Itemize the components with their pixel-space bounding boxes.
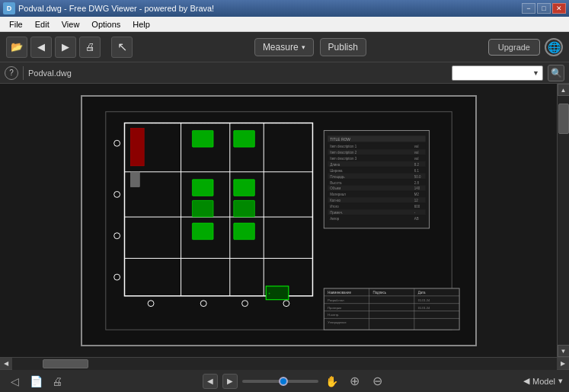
zoom-out-button[interactable]: ⊖ (369, 372, 387, 390)
search-button[interactable]: 🔍 (548, 65, 564, 81)
svg-text:Материал: Материал (330, 193, 346, 196)
measure-button[interactable]: Measure ▾ (254, 38, 314, 56)
status-left: ◁ 📄 🖨 (6, 373, 66, 390)
svg-text:Утверждение: Утверждение (328, 320, 347, 324)
svg-rect-22 (233, 200, 254, 217)
svg-text:Разработал: Разработал (328, 298, 344, 301)
scroll-down-arrow[interactable]: ▼ (558, 345, 570, 357)
page-icon-button[interactable]: 📄 (27, 373, 44, 390)
svg-rect-23 (192, 222, 213, 239)
scrollbar-right: ▲ ▼ (557, 84, 569, 357)
svg-text:600: 600 (414, 205, 420, 209)
toolbar-right: Upgrade 🌐 (488, 38, 563, 56)
scroll-thumb-horizontal[interactable] (43, 359, 88, 368)
maximize-button[interactable]: □ (537, 3, 551, 14)
forward-button[interactable]: ▶ (55, 37, 76, 58)
scroll-thumb-vertical[interactable] (558, 104, 569, 134)
file-name: Podval.dwg (28, 69, 447, 78)
svg-rect-61 (328, 203, 425, 209)
svg-rect-17 (192, 130, 213, 147)
help-button[interactable]: ? (5, 66, 18, 80)
svg-rect-25 (130, 128, 144, 165)
dropdown-arrow: ▼ (532, 69, 539, 77)
svg-rect-24 (233, 222, 254, 239)
svg-text:12: 12 (414, 199, 417, 202)
measure-arrow: ▾ (302, 43, 305, 51)
prev-page-button[interactable]: ◀ (203, 374, 218, 389)
svg-rect-67 (328, 215, 425, 221)
dwg-canvas: TITLE ROW Item description 1 val Item de… (81, 95, 477, 346)
publish-label: Publish (328, 42, 358, 53)
model-label: Model (532, 377, 555, 386)
svg-text:01.01.24: 01.01.24 (417, 298, 430, 301)
status-center: ◀ ▶ ✋ ⊕ ⊖ (72, 372, 517, 390)
separator (23, 66, 24, 80)
measure-label: Measure (263, 42, 299, 53)
svg-text:M2: M2 (414, 193, 419, 196)
status-right: ◀ Model ▾ (523, 376, 563, 386)
svg-text:Кол-во: Кол-во (330, 199, 340, 202)
scroll-up-arrow[interactable]: ▲ (558, 84, 570, 96)
svg-text:140: 140 (414, 186, 420, 190)
svg-rect-52 (328, 185, 425, 190)
svg-text:Item description 3: Item description 3 (330, 156, 357, 160)
hand-tool-button[interactable]: ✋ (323, 372, 341, 390)
view-dropdown[interactable]: ▼ (452, 65, 543, 81)
upgrade-label: Upgrade (498, 43, 530, 52)
svg-text:Автор: Автор (330, 217, 340, 221)
svg-text:2.8: 2.8 (414, 180, 419, 184)
svg-rect-19 (192, 179, 213, 196)
model-arrow-icon[interactable]: ▾ (558, 376, 563, 386)
toolbar: 📂 ◀ ▶ 🖨 ↖ Measure ▾ Publish Upgrade 🌐 (0, 32, 569, 62)
print-nav-button[interactable]: 🖨 (49, 373, 66, 390)
svg-rect-18 (233, 130, 254, 147)
close-button[interactable]: ✕ (552, 3, 566, 14)
svg-text:Item description 1: Item description 1 (330, 145, 357, 148)
back-button[interactable]: ◀ (30, 37, 52, 58)
svg-text:+: + (268, 291, 270, 295)
scroll-right-arrow[interactable]: ▶ (557, 358, 569, 370)
floor-plan-svg: TITLE ROW Item description 1 val Item de… (82, 97, 475, 345)
print-button[interactable]: 🖨 (79, 37, 101, 58)
menu-edit[interactable]: Edit (29, 18, 56, 30)
svg-rect-58 (328, 197, 425, 202)
svg-rect-21 (192, 200, 213, 217)
svg-text:Проверил: Проверил (328, 305, 342, 309)
globe-icon[interactable]: 🌐 (545, 38, 563, 56)
left-arrow-icon[interactable]: ◀ (523, 376, 529, 386)
drawing-area[interactable]: TITLE ROW Item description 1 val Item de… (0, 84, 557, 357)
menu-file[interactable]: File (3, 18, 29, 30)
menu-options[interactable]: Options (85, 18, 126, 30)
title-bar: D Podval.dwg - Free DWG Viewer - powered… (0, 0, 569, 17)
svg-text:val: val (414, 156, 418, 160)
cursor-button[interactable]: ↖ (111, 37, 133, 58)
svg-text:6.1: 6.1 (414, 168, 419, 172)
svg-text:Примеч.: Примеч. (330, 211, 343, 215)
scroll-left-arrow[interactable]: ◀ (0, 358, 12, 370)
back-nav-button[interactable]: ◁ (6, 373, 23, 390)
svg-text:Итого: Итого (330, 205, 339, 209)
publish-button[interactable]: Publish (320, 38, 366, 56)
svg-text:Наименование: Наименование (328, 290, 351, 294)
toolbar-left: 📂 ◀ ▶ 🖨 ↖ (6, 37, 133, 58)
zoom-slider-thumb[interactable] (279, 377, 288, 386)
menu-view[interactable]: View (56, 18, 86, 30)
minimize-button[interactable]: − (522, 3, 535, 14)
toolbar-center: Measure ▾ Publish (133, 38, 488, 56)
scroll-track-vertical[interactable] (558, 96, 569, 345)
address-bar: ? Podval.dwg ▼ 🔍 (0, 62, 569, 84)
svg-rect-49 (328, 179, 425, 184)
zoom-in-button[interactable]: ⊕ (346, 372, 364, 390)
main-content: TITLE ROW Item description 1 val Item de… (0, 84, 569, 357)
upgrade-button[interactable]: Upgrade (488, 39, 540, 56)
window-controls: − □ ✕ (522, 3, 566, 14)
next-page-button[interactable]: ▶ (222, 374, 238, 389)
menu-help[interactable]: Help (126, 18, 156, 30)
scroll-track-horizontal[interactable] (12, 358, 557, 370)
svg-text:Площадь: Площадь (330, 174, 345, 178)
svg-rect-40 (328, 161, 425, 166)
svg-text:50.0: 50.0 (414, 174, 420, 178)
open-button[interactable]: 📂 (6, 37, 27, 58)
svg-text:Высота: Высота (330, 180, 342, 184)
zoom-slider[interactable] (242, 380, 318, 383)
